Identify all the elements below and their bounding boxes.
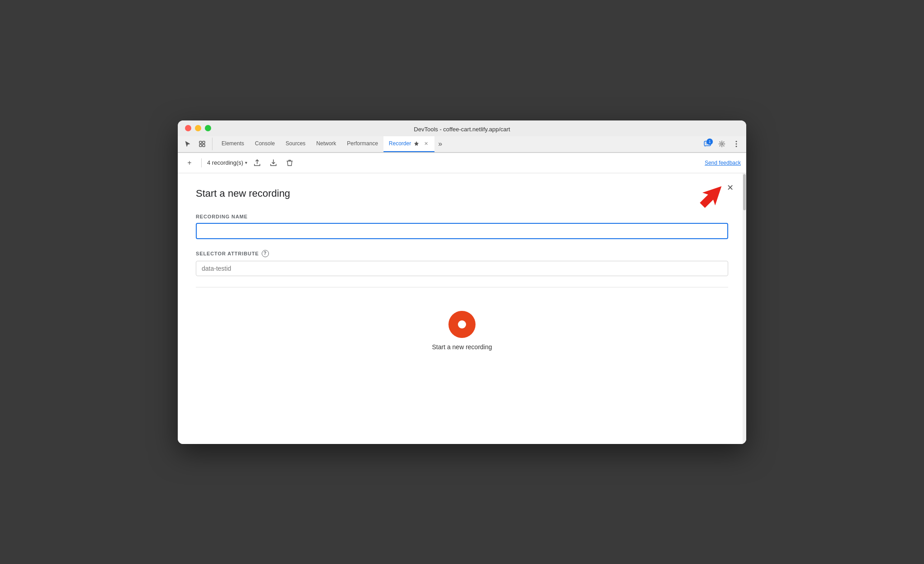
export-button[interactable]	[251, 157, 263, 169]
svg-point-7	[721, 143, 723, 145]
toolbar-divider	[201, 158, 202, 167]
recorder-content: ✕ Start a new recording RECORDING NAME S…	[178, 173, 746, 444]
tab-console[interactable]: Console	[249, 136, 280, 152]
help-icon[interactable]: ?	[262, 250, 269, 257]
devtools-window: DevTools - coffee-cart.netlify.app/cart	[178, 120, 746, 444]
inspect-icon	[199, 140, 206, 148]
send-feedback-link[interactable]: Send feedback	[705, 160, 741, 166]
feedback-button[interactable]: 1	[701, 138, 714, 150]
dropdown-arrow-icon: ▾	[245, 160, 247, 165]
selector-attribute-input[interactable]	[196, 261, 728, 276]
record-label: Start a new recording	[432, 343, 492, 351]
form-divider	[196, 287, 728, 287]
form-title: Start a new recording	[196, 188, 728, 199]
recordings-dropdown[interactable]: 4 recording(s) ▾	[207, 159, 247, 166]
recording-name-input[interactable]	[196, 223, 728, 239]
close-button[interactable]	[185, 125, 191, 131]
import-button[interactable]	[267, 157, 280, 169]
window-title: DevTools - coffee-cart.netlify.app/cart	[414, 126, 510, 133]
recorder-toolbar: + 4 recording(s) ▾ Send feedback	[178, 153, 746, 173]
inspect-icon-btn[interactable]	[196, 138, 208, 150]
svg-rect-0	[199, 141, 202, 143]
tab-actions-right: 1	[701, 138, 743, 150]
svg-point-8	[736, 141, 737, 142]
record-btn-inner	[458, 320, 466, 328]
feedback-badge: 1	[707, 139, 713, 145]
recording-name-label: RECORDING NAME	[196, 214, 728, 219]
tab-sources[interactable]: Sources	[280, 136, 311, 152]
maximize-button[interactable]	[205, 125, 211, 131]
tab-network[interactable]: Network	[311, 136, 342, 152]
svg-rect-3	[203, 144, 205, 147]
cursor-icon	[184, 140, 191, 148]
trash-icon	[286, 159, 293, 166]
tab-recorder[interactable]: Recorder ✕	[383, 136, 434, 152]
scrollbar[interactable]	[743, 173, 746, 444]
start-recording-button[interactable]	[448, 311, 476, 338]
svg-point-10	[736, 146, 737, 147]
import-icon	[270, 159, 277, 166]
title-bar: DevTools - coffee-cart.netlify.app/cart	[178, 120, 746, 153]
gear-icon	[718, 140, 725, 148]
window-controls	[185, 125, 211, 131]
recorder-pin-icon	[414, 141, 419, 146]
svg-rect-2	[199, 144, 202, 147]
cursor-icon-btn[interactable]	[181, 138, 194, 150]
title-bar-top: DevTools - coffee-cart.netlify.app/cart	[178, 120, 746, 136]
more-vertical-icon	[735, 140, 737, 148]
svg-rect-1	[203, 141, 205, 143]
tabs-list: Elements Console Sources Network Perform…	[216, 136, 701, 152]
selector-attribute-group: SELECTOR ATTRIBUTE ?	[196, 250, 728, 276]
more-tabs-btn[interactable]: »	[434, 136, 446, 152]
svg-point-9	[736, 143, 737, 145]
export-icon	[254, 159, 261, 166]
selector-attribute-label: SELECTOR ATTRIBUTE ?	[196, 250, 728, 257]
record-area: Start a new recording	[196, 302, 728, 360]
minimize-button[interactable]	[195, 125, 201, 131]
more-options-button[interactable]	[730, 138, 743, 150]
tab-close-recorder[interactable]: ✕	[423, 140, 429, 147]
recording-name-group: RECORDING NAME	[196, 214, 728, 239]
recordings-count-label: 4 recording(s)	[207, 159, 243, 166]
add-recording-button[interactable]: +	[183, 157, 196, 169]
tab-elements[interactable]: Elements	[216, 136, 249, 152]
settings-button[interactable]	[716, 138, 728, 150]
tab-icons	[181, 138, 213, 150]
form-close-button[interactable]: ✕	[725, 182, 735, 193]
devtools-tabs: Elements Console Sources Network Perform…	[178, 136, 746, 153]
delete-button[interactable]	[283, 157, 296, 169]
tab-performance[interactable]: Performance	[342, 136, 383, 152]
scrollbar-thumb	[743, 174, 746, 210]
